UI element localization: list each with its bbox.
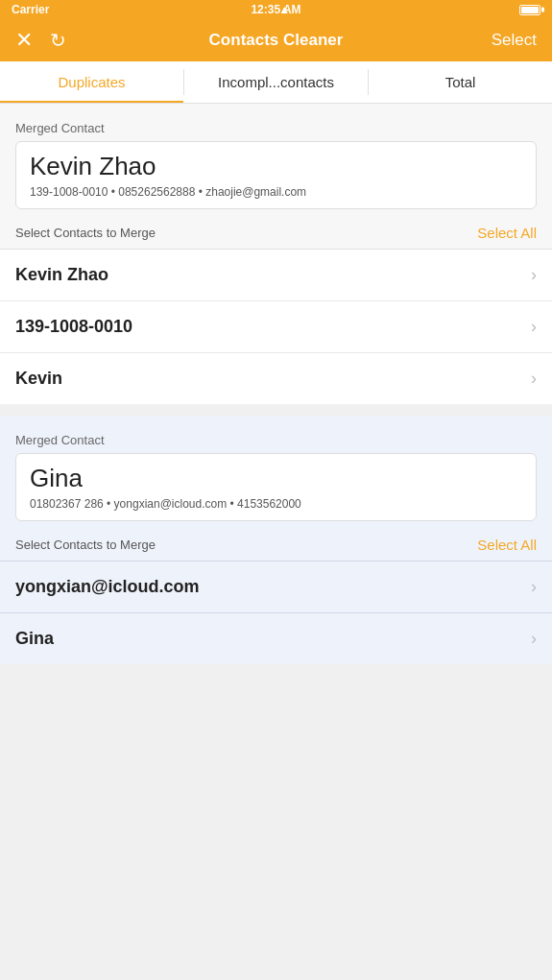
nav-bar: ✕ ↻ Contacts Cleaner Select [0, 19, 552, 61]
section-gap [0, 404, 552, 416]
contact-item[interactable]: Kevin › [0, 353, 552, 404]
refresh-button[interactable]: ↻ [50, 29, 66, 52]
battery-icon [519, 5, 540, 15]
content-area: Merged Contact Kevin Zhao 139-1008-0010 … [0, 104, 552, 664]
nav-title: Contacts Cleaner [209, 31, 344, 50]
carrier-label: Carrier [12, 3, 49, 16]
section-2: Merged Contact Gina 01802367 286 • yongx… [0, 416, 552, 561]
select-merge-row-2: Select Contacts to Merge Select All [15, 529, 537, 561]
right-status-icons [519, 5, 540, 15]
merged-details-2: 01802367 286 • yongxian@icloud.com • 415… [30, 497, 522, 511]
merged-name-2: Gina [30, 464, 522, 493]
merged-card-2: Gina 01802367 286 • yongxian@icloud.com … [15, 453, 537, 521]
tab-duplicates[interactable]: Duplicates [0, 61, 183, 103]
select-merge-row-1: Select Contacts to Merge Select All [15, 217, 537, 249]
contact-item[interactable]: yongxian@icloud.com › [0, 562, 552, 613]
time-label: 12:35 AM [251, 3, 300, 16]
contact-list-1: Kevin Zhao › 139-1008-0010 › Kevin › [0, 249, 552, 404]
select-contacts-label-2: Select Contacts to Merge [15, 538, 156, 552]
tab-incomplete-contacts[interactable]: Incompl...contacts [184, 61, 368, 103]
merged-details-1: 139-1008-0010 • 085262562888 • zhaojie@g… [30, 185, 522, 199]
merged-contact-label-2: Merged Contact [15, 425, 537, 449]
chevron-icon: › [531, 369, 537, 389]
select-all-button-2[interactable]: Select All [477, 537, 537, 553]
select-button[interactable]: Select [492, 31, 537, 50]
tab-bar: Duplicates Incompl...contacts Total [0, 61, 552, 104]
close-button[interactable]: ✕ [15, 30, 33, 51]
chevron-icon: › [531, 629, 537, 649]
tab-total[interactable]: Total [369, 61, 552, 103]
contact-item[interactable]: Kevin Zhao › [0, 250, 552, 301]
section-1: Merged Contact Kevin Zhao 139-1008-0010 … [0, 104, 552, 249]
contact-item[interactable]: Gina › [0, 613, 552, 664]
chevron-icon: › [531, 317, 537, 337]
contact-item[interactable]: 139-1008-0010 › [0, 301, 552, 353]
contact-list-2: yongxian@icloud.com › Gina › [0, 561, 552, 664]
merged-contact-label-1: Merged Contact [15, 113, 537, 137]
nav-left-actions: ✕ ↻ [15, 29, 66, 52]
chevron-icon: › [531, 577, 537, 597]
select-all-button-1[interactable]: Select All [477, 225, 537, 241]
status-bar: Carrier ▲ 12:35 AM [0, 0, 552, 19]
select-contacts-label-1: Select Contacts to Merge [15, 226, 156, 240]
chevron-icon: › [531, 265, 537, 285]
merged-card-1: Kevin Zhao 139-1008-0010 • 085262562888 … [15, 141, 537, 209]
merged-name-1: Kevin Zhao [30, 152, 522, 181]
